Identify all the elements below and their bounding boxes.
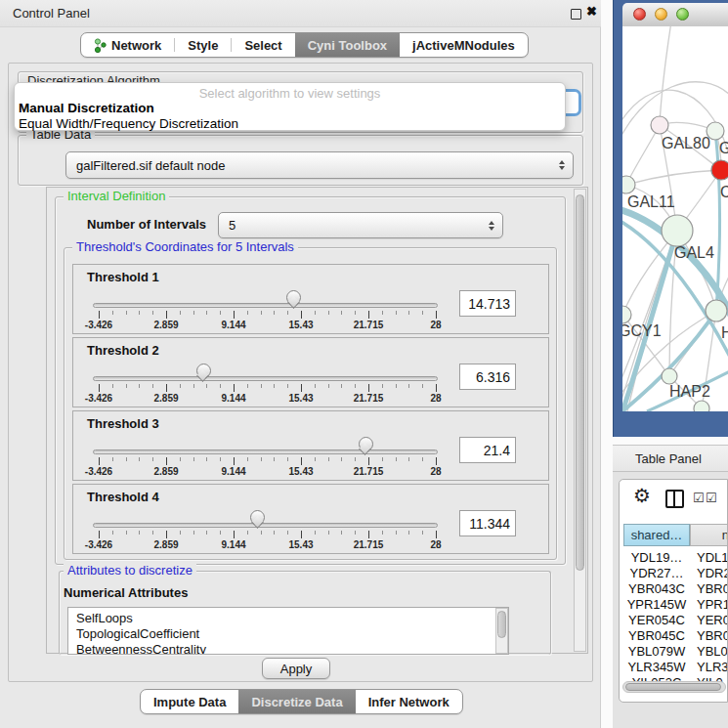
tab-discretize-data-label: Discretize Data (251, 695, 342, 709)
tick-label: 9.144 (221, 393, 245, 404)
cell: YDL1 (697, 550, 728, 565)
tick-label: 2.859 (153, 393, 178, 404)
threshold-4-slider-thumb[interactable] (250, 510, 265, 525)
table-row[interactable]: YLR345WYLR3 (623, 660, 728, 675)
table-row[interactable]: YBR043CYBR0 (623, 581, 728, 597)
close-icon[interactable]: ✖ (586, 4, 597, 19)
checkbox-icon[interactable]: ☑ (706, 491, 717, 505)
cell: YLR3 (697, 660, 728, 674)
node-label-h: H (721, 324, 728, 341)
tick-label: 21.715 (354, 539, 384, 550)
float-window-icon[interactable] (571, 9, 581, 20)
threshold-2-slider-thumb[interactable] (196, 364, 211, 378)
zoom-traffic-light-icon[interactable] (676, 8, 689, 21)
node-hap2[interactable] (662, 368, 677, 384)
tab-cyni-toolbox[interactable]: Cyni Toolbox (295, 33, 400, 57)
dropdown-prompt-item[interactable]: Select algorithm to view settings (15, 86, 565, 101)
tab-style[interactable]: Style (175, 33, 231, 57)
table-row[interactable]: YBR045CYBR0 (623, 628, 728, 644)
tick-label: 21.715 (354, 466, 384, 477)
node-gal11[interactable] (622, 176, 635, 193)
table-row[interactable]: YDL19…YDL1 (623, 550, 728, 566)
cell: YPR145W (623, 597, 690, 612)
threshold-4-slider (99, 485, 436, 553)
tick-label: -3.426 (85, 320, 112, 330)
table-panel-title: Table Panel (635, 451, 702, 466)
attributes-group-label: Attributes to discretize (64, 563, 196, 578)
table-data-combobox[interactable]: galFiltered.sif default node (65, 151, 574, 179)
dropdown-option-manual[interactable]: Manual Discretization (19, 101, 154, 115)
threshold-2-panel: Threshold 2 -3.426 2.859 9.144 15.43 2 (72, 337, 549, 407)
column-header-shared-name-label: shared… (631, 528, 683, 542)
tab-jactivemnodules[interactable]: jActiveMNodules (400, 33, 528, 57)
cell: YPR1 (697, 597, 728, 612)
interval-definition-group: Interval Definition Number of Intervals … (55, 196, 566, 565)
tab-select-label: Select (244, 38, 281, 53)
threshold-1-value-field[interactable] (459, 290, 516, 317)
cell: YDR27… (623, 566, 690, 580)
minimize-traffic-light-icon[interactable] (655, 8, 667, 21)
threshold-1-slider-thumb[interactable] (286, 290, 301, 305)
threshold-3-slider-thumb[interactable] (359, 437, 373, 451)
cell: YDR2 (697, 566, 728, 580)
threshold-3-value-field[interactable] (459, 437, 516, 463)
close-traffic-light-icon[interactable] (633, 8, 646, 21)
tick-marks-major (99, 311, 438, 319)
cell: YER0 (697, 613, 728, 627)
tick-marks-major (99, 457, 438, 465)
tab-discretize-data[interactable]: Discretize Data (238, 690, 355, 713)
column-header-name[interactable]: na (690, 524, 728, 546)
table-panel-titlebar: Table Panel (613, 445, 728, 472)
tab-infer-network[interactable]: Infer Network (356, 690, 462, 713)
stepper-arrows-icon (559, 160, 565, 170)
tick-label: 28 (430, 539, 441, 550)
table-row[interactable]: YER054CYER0 (623, 613, 728, 628)
node-label-g: G. (719, 140, 728, 156)
tick-label: -3.426 (85, 539, 112, 550)
attributes-list-scrollbar-thumb[interactable] (497, 611, 506, 638)
node-bottom[interactable] (694, 401, 709, 411)
list-item-topologicalcoefficient[interactable]: TopologicalCoefficient (68, 626, 508, 642)
table-horizontal-scrollbar-thumb[interactable] (625, 683, 721, 691)
list-item-betweennesscentrality[interactable]: BetweennessCentrality (68, 642, 508, 655)
interval-definition-label: Interval Definition (64, 189, 169, 204)
node-h[interactable] (706, 300, 727, 321)
dropdown-option-equal-width[interactable]: Equal Width/Frequency Discretization (19, 116, 238, 131)
column-header-shared-name[interactable]: shared… (623, 524, 690, 546)
checkbox-icon[interactable]: ☑ (693, 491, 705, 505)
tab-impute-data[interactable]: Impute Data (141, 690, 238, 713)
threshold-4-value-field[interactable] (459, 510, 516, 536)
table-row[interactable]: YPR145WYPR1 (623, 597, 728, 613)
table-row[interactable]: YBL079WYBL0 (623, 644, 728, 660)
gear-icon[interactable]: ⚙ (633, 484, 651, 507)
list-item-selfloops[interactable]: SelfLoops (68, 608, 508, 626)
tick-label: 15.43 (288, 393, 313, 404)
attributes-list-scrollbar[interactable] (495, 608, 508, 654)
screen: Control Panel ✖ Network Style Select Cyn… (0, 0, 728, 728)
network-canvas[interactable]: GAL80 G. C GAL11 GAL4 GCY1 H HAP2 (622, 26, 728, 411)
node-gcy1[interactable] (622, 306, 631, 323)
network-graph: GAL80 G. C GAL11 GAL4 GCY1 H HAP2 (622, 26, 728, 411)
tab-infer-network-label: Infer Network (368, 695, 450, 709)
node-gal80[interactable] (651, 116, 668, 134)
threshold-4-panel: Threshold 4 -3.426 2.859 9.144 15.43 2 (72, 484, 549, 554)
tab-network-label: Network (111, 38, 161, 53)
tab-network[interactable]: Network (81, 33, 174, 57)
node-selected-red[interactable] (711, 160, 728, 180)
number-of-intervals-combobox[interactable]: 5 (218, 212, 503, 238)
settings-panel-scrollbar[interactable] (574, 189, 586, 652)
table-horizontal-scrollbar[interactable] (622, 681, 726, 693)
cell: YBR0 (697, 581, 728, 596)
apply-button[interactable]: Apply (262, 658, 330, 679)
cell: YLR345W (623, 660, 690, 674)
tick-label: 2.859 (153, 539, 178, 550)
threshold-2-value-field[interactable] (459, 364, 516, 390)
node-gal4[interactable] (662, 215, 693, 246)
tab-select[interactable]: Select (232, 33, 294, 57)
column-layout-icon[interactable] (665, 490, 684, 508)
settings-panel-scrollbar-thumb[interactable] (576, 194, 584, 571)
algorithm-dropdown-popup: Select algorithm to view settings Manual… (14, 82, 566, 131)
network-window-titlebar[interactable] (622, 3, 728, 27)
table-data-value: galFiltered.sif default node (76, 158, 225, 173)
table-row[interactable]: YDR27…YDR2 (623, 566, 728, 581)
